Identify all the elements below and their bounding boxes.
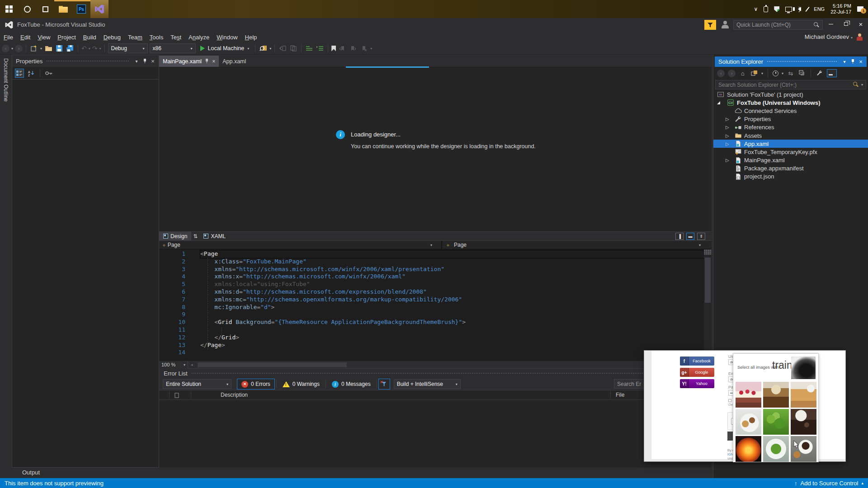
preview-selected-items-button[interactable]: [827, 69, 837, 77]
captcha-image-cake[interactable]: [736, 382, 761, 408]
error-list-body[interactable]: [159, 400, 712, 468]
code-line-8[interactable]: 8 mc:Ignorable="d">: [159, 304, 712, 311]
signed-in-user[interactable]: Michael Gordeev▾: [805, 33, 853, 40]
navigate-back-dropdown[interactable]: ▾: [11, 47, 13, 51]
social-login-facebook[interactable]: fFacebook: [680, 357, 714, 366]
clock[interactable]: 5:16 PM 22-Jul-17: [830, 3, 851, 15]
undo-dropdown[interactable]: ▾: [89, 47, 90, 51]
clear-filter-button[interactable]: [378, 379, 390, 389]
drag-handle[interactable]: [46, 60, 129, 62]
navigate-back-button[interactable]: ‹: [2, 45, 9, 52]
pending-changes-filter-icon[interactable]: [773, 70, 778, 76]
language-indicator[interactable]: ENG: [814, 6, 825, 12]
start-button[interactable]: [0, 0, 18, 18]
breadcrumb-dropdown[interactable]: ▾: [430, 243, 432, 247]
pen-icon[interactable]: [806, 6, 810, 11]
horizontal-split-button[interactable]: ▬: [686, 233, 694, 240]
code-line-11[interactable]: 11: [159, 326, 712, 334]
redo-button[interactable]: ↷: [92, 45, 98, 52]
severity-column-icon[interactable]: [175, 393, 179, 398]
file-column-header[interactable]: File: [616, 392, 624, 398]
tree-item-solution-foxtube-1-project-[interactable]: ∞Solution 'FoxTube' (1 project): [713, 90, 868, 99]
close-icon[interactable]: ×: [149, 58, 157, 65]
collapsed-arrow-icon[interactable]: ▷: [726, 141, 731, 146]
undo-button[interactable]: ↶: [81, 45, 87, 52]
expanded-arrow-icon[interactable]: [717, 101, 720, 104]
description-column-header[interactable]: Description: [221, 392, 248, 398]
code-line-13[interactable]: 13</Page>: [159, 342, 712, 349]
split-grip[interactable]: [704, 249, 712, 255]
volume-icon[interactable]: [798, 7, 801, 11]
output-tab[interactable]: Output: [22, 469, 40, 476]
captcha-image-saladplate[interactable]: [763, 436, 789, 462]
usb-icon[interactable]: [764, 6, 768, 12]
previous-bookmark-button[interactable]: [338, 44, 347, 53]
design-view-tab[interactable]: Design: [159, 232, 191, 241]
captcha-image-dessert[interactable]: [763, 382, 789, 408]
scrollbar-thumb[interactable]: [705, 258, 711, 303]
next-bookmark-button[interactable]: [349, 44, 358, 53]
close-button[interactable]: ×: [854, 18, 868, 30]
tree-item-package-appxmanifest[interactable]: Package.appxmanifest: [713, 164, 868, 173]
captcha-image-beans[interactable]: [791, 409, 816, 435]
code-line-4[interactable]: 4 xmlns:x="http://schemas.microsoft.com/…: [159, 273, 712, 281]
open-file-button[interactable]: [44, 44, 53, 53]
code-line-3[interactable]: 3 xmlns="http://schemas.microsoft.com/wi…: [159, 266, 712, 273]
window-position-dropdown[interactable]: ▾: [840, 59, 849, 64]
newsletter-checkbox[interactable]: [728, 399, 731, 402]
save-button[interactable]: [55, 44, 64, 53]
platform-dropdown[interactable]: x86▾: [150, 43, 196, 53]
notifications-icon[interactable]: 1: [857, 6, 863, 12]
properties-header[interactable]: Properties ▾ ×: [12, 55, 159, 67]
tree-item-mainpage-xaml[interactable]: ▷MainPage.xaml: [713, 156, 868, 164]
scope-dropdown[interactable]: Entire Solution▾: [163, 379, 231, 389]
collapse-all-button[interactable]: [798, 69, 806, 77]
social-login-yahoo[interactable]: Y!Yahoo: [680, 379, 714, 388]
breadcrumb-dropdown[interactable]: ▾: [699, 243, 701, 247]
restore-button[interactable]: [839, 18, 853, 30]
pending-changes-dropdown[interactable]: ▾: [782, 71, 783, 75]
tree-item-assets[interactable]: ▷Assets: [713, 131, 868, 140]
find-in-files-button[interactable]: [259, 44, 268, 53]
new-project-button[interactable]: [29, 44, 38, 53]
bookmark-dropdown[interactable]: ▾: [370, 47, 372, 51]
uncomment-lines-button[interactable]: [316, 44, 325, 53]
navigate-backward-code-button[interactable]: [278, 44, 287, 53]
feedback-button[interactable]: [704, 20, 716, 30]
network-icon[interactable]: [785, 7, 792, 12]
code-line-6[interactable]: 6 xmlns:d="http://schemas.microsoft.com/…: [159, 288, 712, 296]
tree-item-foxtube-universal-windows-[interactable]: C#FoxTube (Universal Windows): [713, 99, 868, 107]
toggle-bookmark-button[interactable]: [331, 46, 336, 52]
menu-test[interactable]: Test: [167, 33, 185, 42]
document-outline-tab[interactable]: Document Outline: [0, 55, 12, 468]
configuration-dropdown[interactable]: Debug▾: [108, 43, 148, 53]
code-line-2[interactable]: 2 x:Class="FoxTube.MainPage": [159, 258, 712, 266]
file-explorer-button[interactable]: [54, 0, 72, 18]
vertical-scrollbar[interactable]: [704, 249, 712, 361]
tree-item-connected-services[interactable]: Connected Services: [713, 107, 868, 115]
menu-project[interactable]: Project: [54, 33, 79, 42]
code-line-9[interactable]: 9: [159, 311, 712, 319]
menu-help[interactable]: Help: [241, 33, 261, 42]
menu-build[interactable]: Build: [80, 33, 100, 42]
captcha-image-salad[interactable]: [763, 409, 789, 435]
code-line-1[interactable]: 1<Page: [159, 250, 712, 258]
forward-button[interactable]: ›: [728, 70, 736, 77]
zoom-level-dropdown[interactable]: 100 %▾: [159, 361, 188, 369]
quick-launch-input[interactable]: Quick Launch (Ctrl+Q): [733, 20, 823, 30]
collapsed-arrow-icon[interactable]: ▷: [726, 125, 731, 130]
visual-studio-taskbar-button[interactable]: [90, 0, 108, 18]
task-view-button[interactable]: [36, 0, 54, 18]
menu-team[interactable]: Team: [124, 33, 146, 42]
cortana-button[interactable]: [18, 0, 36, 18]
navigate-forward-button[interactable]: ›: [15, 45, 23, 52]
xaml-view-tab[interactable]: XAML: [199, 232, 230, 241]
back-button[interactable]: ‹: [717, 70, 725, 77]
tab-app-xaml[interactable]: App.xaml: [219, 56, 250, 67]
error-list-header[interactable]: Error List: [159, 368, 712, 378]
security-shield-icon[interactable]: [774, 6, 779, 12]
clear-bookmarks-button[interactable]: [359, 44, 368, 53]
horizontal-scrollbar-thumb[interactable]: [198, 362, 347, 367]
alphabetical-sort-button[interactable]: AZ: [27, 69, 36, 78]
tree-item-references[interactable]: ▷References: [713, 123, 868, 131]
